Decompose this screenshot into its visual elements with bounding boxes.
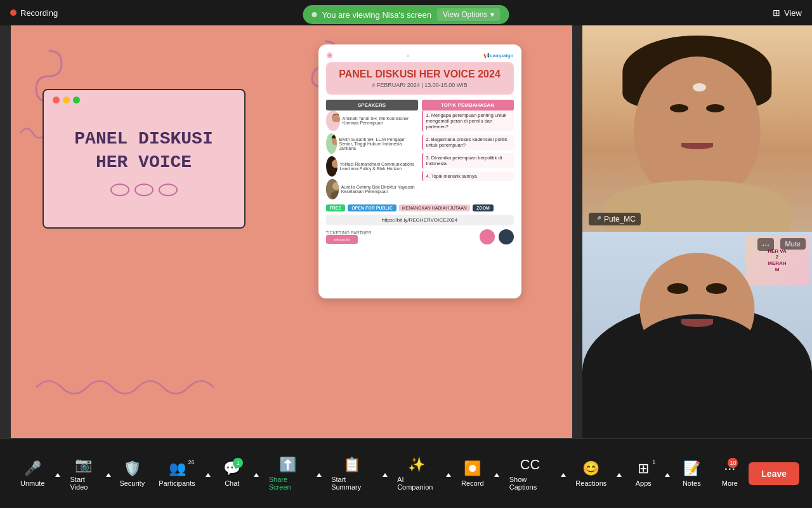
pute-name-badge: 🎤 Pute_MC: [589, 213, 641, 225]
captions-caret[interactable]: [558, 465, 568, 482]
panel-anindya: HER VA2MERAHM ··· Mute 🎤 Anindya_MC: [582, 232, 812, 438]
tag-public: OPEN FOR PUBLIC: [348, 204, 396, 211]
unmute-button[interactable]: 🎤 Unmute: [13, 455, 53, 492]
speaker-3-avatar: [326, 156, 337, 177]
record-caret[interactable]: [492, 465, 502, 482]
companion-label: AI Companion: [397, 476, 436, 491]
view-options-button[interactable]: View Options ▾: [436, 8, 500, 21]
security-button[interactable]: 🛡️ Security: [113, 455, 151, 492]
share-screen-caret[interactable]: [314, 465, 324, 482]
toolbar-center: ⬆️ Share Screen 📋 Start Summary ✨ AI Com…: [261, 451, 625, 496]
banner-circle: [311, 12, 317, 17]
participants-count: 26: [188, 459, 195, 465]
reactions-group: 😊 Reactions: [568, 455, 624, 492]
share-screen-label: Share Screen: [269, 476, 306, 491]
poster-logo-left: 🌸: [326, 52, 333, 58]
swirl-deco-3: [159, 184, 178, 196]
more-button[interactable]: ··· 10 More: [710, 455, 749, 492]
start-summary-group: 📋 Start Summary: [324, 451, 390, 496]
poster-footer: TICKETING PARTNER sejutacita: [326, 229, 514, 244]
participants-caret[interactable]: [203, 465, 213, 482]
summary-caret[interactable]: [380, 465, 390, 482]
video-caret[interactable]: [104, 465, 113, 482]
video-off-icon: 📷: [75, 457, 92, 473]
participants-button[interactable]: 👥 26 Participants: [151, 455, 202, 492]
topic-2: 2. Bagaimana proses kaderisasi politik u…: [422, 135, 514, 150]
top-right-controls: ⊞ View: [773, 8, 802, 18]
apps-caret[interactable]: [662, 465, 672, 482]
apps-button[interactable]: ⊞ 1 Apps: [624, 455, 662, 492]
reactions-button[interactable]: 😊 Reactions: [568, 455, 614, 492]
svg-point-2: [330, 122, 340, 131]
pute-video: [582, 25, 812, 232]
companion-caret[interactable]: [444, 465, 454, 482]
main-content: PANEL DISKUSI HER VOICE 🌸 x 📢campaign: [0, 25, 812, 438]
participants-group: 👥 26 Participants: [151, 455, 213, 492]
unmute-caret[interactable]: [53, 465, 63, 482]
speakers-list: Aminah Tandi SH, Mn Komisioner Komnas Pe…: [326, 110, 418, 199]
topics-list: 1. Mengapa perempuan penting untuk menga…: [422, 110, 514, 181]
minimize-dot: [63, 97, 70, 104]
svg-point-6: [330, 168, 337, 177]
tag-zoom: ZOOM: [473, 204, 494, 211]
share-screen-button[interactable]: ⬆️ Share Screen: [261, 451, 314, 496]
chat-caret[interactable]: [251, 465, 261, 482]
record-group: ⏺️ Record: [454, 455, 502, 492]
top-bar: Recording You are viewing Nisa's screen …: [0, 0, 812, 25]
svg-point-5: [332, 159, 337, 168]
panel-pute: 🎤 Pute_MC: [582, 25, 812, 232]
caret-icon-11: [665, 473, 670, 477]
start-video-button[interactable]: 📷 Start Video: [63, 451, 105, 496]
swirl-deco-2: [134, 184, 154, 196]
reactions-caret[interactable]: [614, 465, 624, 482]
caret-icon-8: [494, 473, 499, 477]
start-video-group: 📷 Start Video: [63, 451, 114, 496]
left-panel-card: PANEL DISKUSI HER VOICE: [43, 89, 246, 229]
apps-group: ⊞ 1 Apps: [624, 455, 672, 492]
recording-indicator: Recording: [10, 8, 58, 18]
pute-name: Pute_MC: [604, 215, 636, 224]
share-screen-icon: ⬆️: [279, 457, 296, 473]
more-icon: ··· 10: [724, 460, 735, 477]
mic-off-icon: 🎤: [24, 460, 41, 477]
topic-3: 3. Dinamika perempuan berpolitik di Indo…: [422, 153, 514, 168]
slide-container: PANEL DISKUSI HER VOICE 🌸 x 📢campaign: [11, 25, 572, 438]
topic-4: 4. Topik menarik lainnya: [422, 171, 514, 181]
more-badge: 10: [728, 458, 738, 468]
participants-label: Participants: [159, 479, 195, 487]
companion-button[interactable]: ✨ AI Companion: [390, 451, 444, 496]
start-video-label: Start Video: [70, 476, 97, 491]
slide-background: PANEL DISKUSI HER VOICE 🌸 x 📢campaign: [11, 25, 572, 438]
start-summary-label: Start Summary: [331, 476, 372, 491]
event-poster: 🌸 x 📢campaign PANEL DISKUSI HER VOICE 20…: [318, 44, 521, 298]
start-summary-button[interactable]: 📋 Start Summary: [324, 451, 380, 496]
unmute-label: Unmute: [20, 479, 45, 487]
anindya-mute-button[interactable]: Mute: [780, 238, 806, 250]
record-button[interactable]: ⏺️ Record: [454, 455, 492, 492]
notes-icon: 📝: [683, 460, 700, 477]
topics-header: TOPIK PEMBAHASAN: [422, 100, 514, 110]
leave-button[interactable]: Leave: [749, 462, 799, 485]
poster-date: 4 FEBRUARI 2024 | 13.00-15.00 WIB: [332, 82, 508, 88]
show-captions-button[interactable]: CC Show Captions: [502, 451, 559, 496]
notes-button[interactable]: 📝 Notes: [672, 455, 710, 492]
toolbar-right: ⊞ 1 Apps 📝 Notes ··· 10 More Leave: [624, 455, 799, 492]
anindya-more-button[interactable]: ···: [757, 238, 774, 251]
participants-icon: 👥 26: [169, 460, 186, 477]
poster-tags: FREE OPEN FOR PUBLIC MENANGKAN HADIAH JU…: [326, 204, 514, 211]
caret-icon-3: [206, 473, 211, 477]
poster-main-title: PANEL DISKUSI HER VOICE 2024: [332, 69, 508, 80]
caret-icon-4: [254, 473, 259, 477]
share-screen-group: ⬆️ Share Screen: [261, 451, 324, 496]
shield-icon: 🛡️: [124, 460, 141, 477]
caret-icon-9: [561, 473, 566, 477]
companion-icon: ✨: [408, 457, 425, 473]
speaker-1-avatar: [326, 110, 340, 131]
recording-dot: [10, 10, 16, 16]
caret-icon-10: [617, 473, 622, 477]
chat-button[interactable]: 💬 1 Chat: [213, 455, 251, 492]
topic-1: 1. Mengapa perempuan penting untuk menga…: [422, 110, 514, 131]
speaker-2: Bivitri Susanti SH, LL.M Pengajar Senior…: [326, 133, 418, 154]
captions-group: CC Show Captions: [502, 451, 568, 496]
companion-group: ✨ AI Companion: [390, 451, 454, 496]
